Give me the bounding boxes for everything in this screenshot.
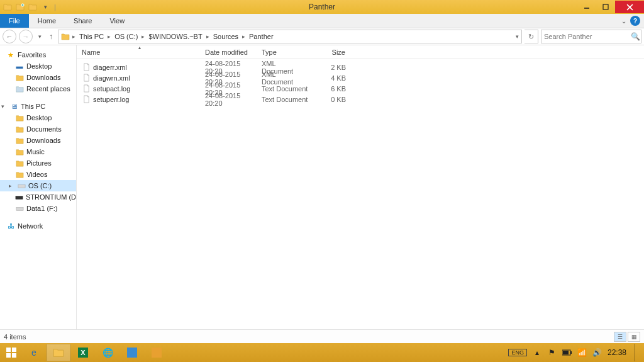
nav-music[interactable]: Music: [0, 146, 76, 157]
nav-videos[interactable]: Videos: [0, 169, 76, 180]
taskbar-app2[interactable]: [120, 344, 144, 361]
network-icon[interactable]: 📶: [577, 348, 587, 358]
nav-network[interactable]: 🖧 Network: [0, 220, 76, 232]
svg-rect-11: [127, 348, 137, 358]
back-button[interactable]: ←: [3, 30, 16, 43]
tree-expand-icon[interactable]: ▸: [9, 183, 14, 189]
search-icon[interactable]: 🔍: [631, 32, 640, 41]
new-folder-icon[interactable]: [15, 2, 25, 12]
taskbar-app3[interactable]: [145, 344, 169, 361]
network-icon: 🖧: [6, 222, 15, 230]
navigation-pane: ★ Favorites ▬ Desktop Downloads Recent p…: [0, 45, 77, 329]
chevron-right-icon[interactable]: ▸: [241, 33, 247, 40]
icons-view-button[interactable]: ▦: [628, 332, 640, 342]
column-name[interactable]: Name▴: [77, 45, 200, 59]
ribbon-expand-icon[interactable]: ⌄: [621, 18, 626, 25]
taskbar-excel[interactable]: X: [71, 344, 95, 361]
nav-desktop[interactable]: Desktop: [0, 112, 76, 123]
drive-icon: [15, 204, 24, 213]
nav-label: OS (C:): [28, 182, 52, 189]
details-view-button[interactable]: ☰: [614, 332, 626, 342]
recent-locations-icon[interactable]: ▾: [35, 30, 44, 43]
ribbon-tabs: File Home Share View ⌄ ?: [0, 14, 644, 28]
flag-icon[interactable]: ⚑: [547, 348, 557, 358]
nav-downloads[interactable]: Downloads: [0, 72, 76, 83]
folder-icon: [15, 73, 24, 82]
excel-icon: X: [77, 346, 89, 359]
breadcrumb-item[interactable]: Sources: [212, 33, 240, 40]
taskbar-app1[interactable]: 🌐: [96, 344, 119, 361]
svg-rect-8: [12, 353, 16, 358]
maximize-button[interactable]: [596, 1, 615, 13]
nav-label: This PC: [21, 103, 45, 110]
search-input[interactable]: [544, 33, 631, 40]
tab-file[interactable]: File: [0, 14, 29, 28]
minimize-button[interactable]: [577, 1, 596, 13]
keyboard-indicator[interactable]: ENG: [508, 349, 527, 356]
title-bar: ▾ | Panther: [0, 0, 644, 14]
file-row[interactable]: setupact.log24-08-2015 20:20Text Documen…: [77, 83, 644, 94]
breadcrumb-item[interactable]: $WINDOWS.~BT: [147, 33, 203, 40]
chevron-right-icon[interactable]: ▸: [140, 33, 146, 40]
nav-desktop[interactable]: ▬ Desktop: [0, 60, 76, 72]
nav-strontium-d[interactable]: STRONTIUM (D:): [0, 191, 76, 203]
breadcrumb-item[interactable]: This PC: [78, 33, 105, 40]
folder-icon: [15, 170, 24, 179]
clock[interactable]: 22:38: [608, 348, 626, 357]
nav-data1-f[interactable]: Data1 (F:): [0, 203, 76, 214]
nav-favorites[interactable]: ★ Favorites: [0, 49, 76, 60]
nav-os-c[interactable]: ▸OS (C:): [0, 180, 76, 191]
battery-icon[interactable]: [562, 348, 572, 358]
properties-icon[interactable]: [28, 2, 38, 12]
file-type: Text Document: [257, 96, 313, 103]
tree-collapse-icon[interactable]: ▾: [1, 103, 7, 110]
forward-button[interactable]: →: [19, 30, 33, 43]
drive-icon: [17, 181, 26, 190]
column-headers: Name▴ Date modified Type Size: [77, 45, 644, 59]
nav-downloads[interactable]: Downloads: [0, 135, 76, 146]
chevron-down-icon[interactable]: ▾: [516, 33, 519, 40]
nav-label: Favorites: [18, 51, 46, 59]
column-size[interactable]: Size: [313, 45, 351, 59]
breadcrumb-item[interactable]: OS (C:): [113, 33, 139, 40]
folder-icon: [15, 147, 24, 156]
help-icon[interactable]: ?: [630, 16, 640, 26]
taskbar-ie[interactable]: e: [22, 344, 46, 361]
tray-up-icon[interactable]: ▴: [532, 348, 542, 358]
chevron-down-icon[interactable]: ▾: [40, 2, 50, 12]
taskbar-explorer[interactable]: [47, 344, 70, 361]
show-desktop-button[interactable]: [634, 344, 639, 361]
search-box[interactable]: 🔍: [541, 30, 641, 43]
item-count: 4 items: [4, 333, 26, 341]
svg-rect-12: [152, 348, 162, 358]
column-type[interactable]: Type: [257, 45, 313, 59]
tab-share[interactable]: Share: [65, 14, 101, 28]
file-row[interactable]: diagerr.xml24-08-2015 20:20XML Document2…: [77, 62, 644, 72]
nav-documents[interactable]: Documents: [0, 123, 76, 135]
breadcrumb[interactable]: ▸ This PC ▸ OS (C:) ▸ $WINDOWS.~BT ▸ Sou…: [58, 30, 522, 43]
nav-label: Network: [18, 222, 43, 230]
tab-view[interactable]: View: [101, 14, 133, 28]
file-row[interactable]: setuperr.log24-08-2015 20:20Text Documen…: [77, 94, 644, 105]
tab-home[interactable]: Home: [29, 14, 65, 28]
nav-this-pc[interactable]: ▾ 🖥 This PC: [0, 101, 76, 112]
file-icon: [82, 63, 91, 72]
volume-icon[interactable]: 🔊: [592, 348, 602, 358]
nav-pictures[interactable]: Pictures: [0, 157, 76, 169]
chevron-right-icon[interactable]: ▸: [205, 33, 211, 40]
up-button[interactable]: ↑: [47, 30, 55, 43]
window-controls: [577, 1, 644, 13]
nav-label: Desktop: [26, 62, 52, 70]
file-row[interactable]: diagwrn.xml24-08-2015 20:20XML Document4…: [77, 72, 644, 83]
close-button[interactable]: [615, 1, 644, 13]
breadcrumb-item[interactable]: Panther: [248, 33, 275, 40]
column-date[interactable]: Date modified: [200, 45, 257, 59]
file-size: 6 KB: [313, 85, 351, 93]
refresh-button[interactable]: ↻: [525, 30, 538, 43]
chevron-right-icon[interactable]: ▸: [71, 33, 77, 40]
chevron-right-icon[interactable]: ▸: [106, 33, 112, 40]
svg-rect-3: [16, 196, 23, 199]
nav-label: Data1 (F:): [26, 205, 58, 212]
nav-recent[interactable]: Recent places: [0, 83, 76, 94]
start-button[interactable]: [1, 344, 21, 361]
